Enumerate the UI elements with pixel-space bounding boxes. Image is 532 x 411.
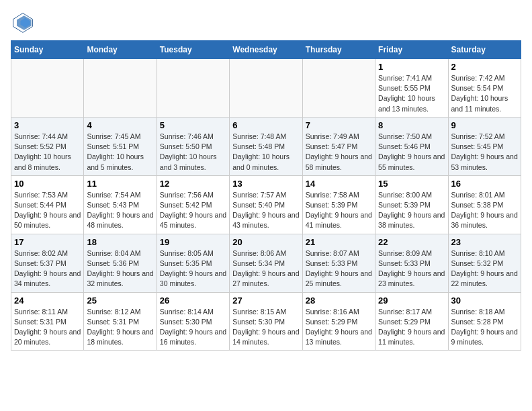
calendar-cell: 20Sunrise: 8:06 AM Sunset: 5:34 PM Dayli… (230, 234, 302, 292)
day-number: 13 (232, 179, 299, 189)
day-number: 17 (14, 237, 81, 247)
day-number: 8 (378, 120, 445, 130)
calendar-cell: 27Sunrise: 8:15 AM Sunset: 5:30 PM Dayli… (230, 292, 302, 351)
calendar-cell: 3Sunrise: 7:44 AM Sunset: 5:52 PM Daylig… (11, 117, 84, 175)
calendar-week-2: 3Sunrise: 7:44 AM Sunset: 5:52 PM Daylig… (11, 117, 521, 175)
day-info: Sunrise: 8:05 AM Sunset: 5:35 PM Dayligh… (160, 248, 226, 289)
calendar-cell: 19Sunrise: 8:05 AM Sunset: 5:35 PM Dayli… (157, 234, 229, 292)
day-number: 12 (160, 179, 226, 189)
calendar-week-5: 24Sunrise: 8:11 AM Sunset: 5:31 PM Dayli… (11, 292, 521, 351)
day-number: 4 (87, 120, 153, 130)
day-info: Sunrise: 8:00 AM Sunset: 5:39 PM Dayligh… (378, 190, 445, 231)
weekday-header-wednesday: Wednesday (230, 41, 302, 59)
calendar-week-1: 1Sunrise: 7:41 AM Sunset: 5:55 PM Daylig… (11, 59, 521, 118)
day-number: 16 (451, 179, 518, 189)
calendar-cell: 4Sunrise: 7:45 AM Sunset: 5:51 PM Daylig… (84, 117, 157, 175)
calendar-cell (230, 59, 302, 118)
day-number: 23 (451, 237, 518, 247)
logo-icon (11, 11, 35, 35)
calendar-cell: 24Sunrise: 8:11 AM Sunset: 5:31 PM Dayli… (11, 292, 84, 351)
calendar-cell (157, 59, 229, 118)
calendar-cell: 11Sunrise: 7:54 AM Sunset: 5:43 PM Dayli… (84, 175, 157, 234)
day-number: 19 (160, 237, 226, 247)
day-info: Sunrise: 7:44 AM Sunset: 5:52 PM Dayligh… (14, 132, 81, 173)
day-info: Sunrise: 7:45 AM Sunset: 5:51 PM Dayligh… (87, 132, 153, 173)
day-info: Sunrise: 7:56 AM Sunset: 5:42 PM Dayligh… (160, 190, 226, 231)
day-info: Sunrise: 8:14 AM Sunset: 5:30 PM Dayligh… (160, 307, 226, 348)
calendar-cell: 26Sunrise: 8:14 AM Sunset: 5:30 PM Dayli… (157, 292, 229, 351)
day-info: Sunrise: 8:16 AM Sunset: 5:29 PM Dayligh… (306, 307, 372, 348)
calendar-cell: 29Sunrise: 8:17 AM Sunset: 5:29 PM Dayli… (375, 292, 448, 351)
calendar-header-row: SundayMondayTuesdayWednesdayThursdayFrid… (11, 41, 521, 59)
day-number: 6 (232, 120, 299, 130)
day-info: Sunrise: 7:42 AM Sunset: 5:54 PM Dayligh… (451, 73, 518, 114)
day-number: 27 (232, 295, 299, 306)
day-info: Sunrise: 8:06 AM Sunset: 5:34 PM Dayligh… (232, 248, 299, 289)
day-info: Sunrise: 8:12 AM Sunset: 5:31 PM Dayligh… (87, 307, 153, 348)
calendar-cell: 13Sunrise: 7:57 AM Sunset: 5:40 PM Dayli… (230, 175, 302, 234)
calendar-cell: 25Sunrise: 8:12 AM Sunset: 5:31 PM Dayli… (84, 292, 157, 351)
calendar-cell: 2Sunrise: 7:42 AM Sunset: 5:54 PM Daylig… (448, 59, 521, 118)
calendar-cell: 5Sunrise: 7:46 AM Sunset: 5:50 PM Daylig… (157, 117, 229, 175)
calendar-cell (84, 59, 157, 118)
day-info: Sunrise: 7:46 AM Sunset: 5:50 PM Dayligh… (160, 132, 226, 173)
calendar-cell: 18Sunrise: 8:04 AM Sunset: 5:36 PM Dayli… (84, 234, 157, 292)
day-number: 28 (306, 295, 372, 306)
calendar-cell (302, 59, 375, 118)
day-number: 29 (378, 295, 445, 306)
day-info: Sunrise: 8:09 AM Sunset: 5:33 PM Dayligh… (378, 248, 445, 289)
day-info: Sunrise: 7:57 AM Sunset: 5:40 PM Dayligh… (232, 190, 299, 231)
day-info: Sunrise: 8:17 AM Sunset: 5:29 PM Dayligh… (378, 307, 445, 348)
day-number: 25 (87, 295, 153, 306)
day-info: Sunrise: 7:49 AM Sunset: 5:47 PM Dayligh… (306, 132, 372, 173)
calendar-table: SundayMondayTuesdayWednesdayThursdayFrid… (11, 40, 521, 351)
calendar-cell: 28Sunrise: 8:16 AM Sunset: 5:29 PM Dayli… (302, 292, 375, 351)
weekday-header-tuesday: Tuesday (157, 41, 229, 59)
calendar-week-3: 10Sunrise: 7:53 AM Sunset: 5:44 PM Dayli… (11, 175, 521, 234)
calendar-cell: 1Sunrise: 7:41 AM Sunset: 5:55 PM Daylig… (375, 59, 448, 118)
day-info: Sunrise: 7:50 AM Sunset: 5:46 PM Dayligh… (378, 132, 445, 173)
calendar-cell: 14Sunrise: 7:58 AM Sunset: 5:39 PM Dayli… (302, 175, 375, 234)
page-header (11, 11, 521, 35)
day-info: Sunrise: 7:52 AM Sunset: 5:45 PM Dayligh… (451, 132, 518, 173)
calendar-cell: 23Sunrise: 8:10 AM Sunset: 5:32 PM Dayli… (448, 234, 521, 292)
day-number: 7 (306, 120, 372, 130)
calendar-cell: 15Sunrise: 8:00 AM Sunset: 5:39 PM Dayli… (375, 175, 448, 234)
calendar-cell: 30Sunrise: 8:18 AM Sunset: 5:28 PM Dayli… (448, 292, 521, 351)
day-info: Sunrise: 8:04 AM Sunset: 5:36 PM Dayligh… (87, 248, 153, 289)
day-number: 20 (232, 237, 299, 247)
day-info: Sunrise: 7:41 AM Sunset: 5:55 PM Dayligh… (378, 73, 445, 114)
calendar-cell: 16Sunrise: 8:01 AM Sunset: 5:38 PM Dayli… (448, 175, 521, 234)
day-info: Sunrise: 7:48 AM Sunset: 5:48 PM Dayligh… (232, 132, 299, 173)
day-info: Sunrise: 8:07 AM Sunset: 5:33 PM Dayligh… (306, 248, 372, 289)
day-info: Sunrise: 7:54 AM Sunset: 5:43 PM Dayligh… (87, 190, 153, 231)
day-info: Sunrise: 8:11 AM Sunset: 5:31 PM Dayligh… (14, 307, 81, 348)
weekday-header-monday: Monday (84, 41, 157, 59)
calendar-cell: 21Sunrise: 8:07 AM Sunset: 5:33 PM Dayli… (302, 234, 375, 292)
calendar-cell: 12Sunrise: 7:56 AM Sunset: 5:42 PM Dayli… (157, 175, 229, 234)
day-number: 30 (451, 295, 518, 306)
calendar-cell (11, 59, 84, 118)
calendar-cell: 7Sunrise: 7:49 AM Sunset: 5:47 PM Daylig… (302, 117, 375, 175)
weekday-header-saturday: Saturday (448, 41, 521, 59)
day-number: 26 (160, 295, 226, 306)
calendar-cell: 22Sunrise: 8:09 AM Sunset: 5:33 PM Dayli… (375, 234, 448, 292)
day-number: 5 (160, 120, 226, 130)
calendar-cell: 8Sunrise: 7:50 AM Sunset: 5:46 PM Daylig… (375, 117, 448, 175)
calendar-cell: 17Sunrise: 8:02 AM Sunset: 5:37 PM Dayli… (11, 234, 84, 292)
day-number: 1 (378, 62, 445, 72)
calendar-cell: 10Sunrise: 7:53 AM Sunset: 5:44 PM Dayli… (11, 175, 84, 234)
day-info: Sunrise: 7:53 AM Sunset: 5:44 PM Dayligh… (14, 190, 81, 231)
day-number: 11 (87, 179, 153, 189)
day-number: 10 (14, 179, 81, 189)
logo (11, 11, 38, 35)
day-info: Sunrise: 8:02 AM Sunset: 5:37 PM Dayligh… (14, 248, 81, 289)
day-info: Sunrise: 7:58 AM Sunset: 5:39 PM Dayligh… (306, 190, 372, 231)
day-number: 22 (378, 237, 445, 247)
day-number: 24 (14, 295, 81, 306)
weekday-header-sunday: Sunday (11, 41, 84, 59)
day-info: Sunrise: 8:10 AM Sunset: 5:32 PM Dayligh… (451, 248, 518, 289)
day-number: 9 (451, 120, 518, 130)
calendar-week-4: 17Sunrise: 8:02 AM Sunset: 5:37 PM Dayli… (11, 234, 521, 292)
weekday-header-thursday: Thursday (302, 41, 375, 59)
